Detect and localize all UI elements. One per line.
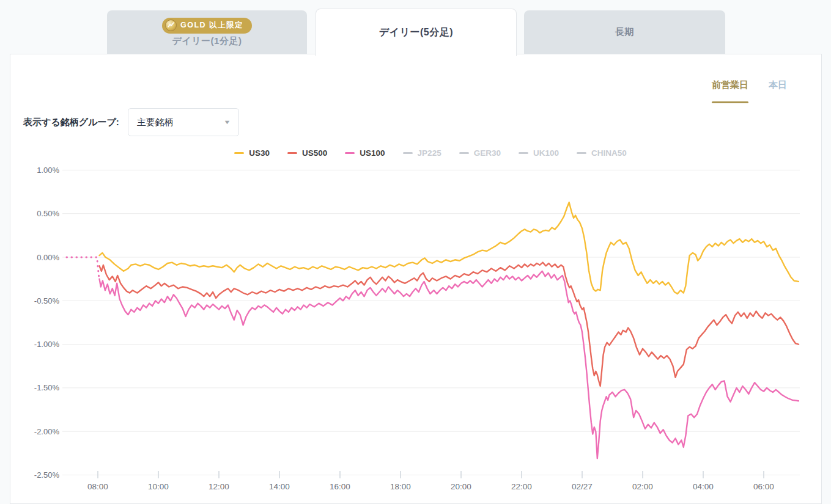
legend-item-us500[interactable]: US500 <box>287 148 327 158</box>
gold-badge: GOLD 以上限定 <box>162 18 252 34</box>
legend-item-us30[interactable]: US30 <box>234 148 270 158</box>
legend-swatch-ger30 <box>459 152 469 154</box>
legend-label-ger30: GER30 <box>474 148 501 158</box>
legend-item-uk100[interactable]: UK100 <box>519 148 559 158</box>
legend-label-uk100: UK100 <box>533 148 559 158</box>
toggle-today[interactable]: 本日 <box>769 79 787 101</box>
tab-daily-5min[interactable]: デイリー(5分足) <box>316 9 517 56</box>
day-toggle: 前営業日 本日 <box>712 79 787 101</box>
symbol-group-row: 表示する銘柄グループ: 主要銘柄 ▼ <box>23 108 239 136</box>
symbol-group-label: 表示する銘柄グループ: <box>23 117 119 128</box>
gold-badge-label: GOLD 以上限定 <box>180 20 243 31</box>
chart-legend: US30US500US100JP225GER30UK100CHINA50 <box>61 148 800 158</box>
legend-label-us100: US100 <box>360 148 385 158</box>
legend-item-ger30[interactable]: GER30 <box>459 148 501 158</box>
tab-long-term[interactable]: 長期 <box>524 10 725 54</box>
symbol-group-select[interactable]: 主要銘柄 ▼ <box>128 108 239 136</box>
legend-swatch-us30 <box>234 152 244 154</box>
market-performance-page: GOLD 以上限定 デイリー(1分足) デイリー(5分足) 長期 前営業日 本日… <box>0 0 831 504</box>
legend-label-china50: CHINA50 <box>591 148 627 158</box>
legend-swatch-uk100 <box>519 152 528 154</box>
legend-item-china50[interactable]: CHINA50 <box>577 148 627 158</box>
toggle-prev-business-day[interactable]: 前営業日 <box>712 79 748 101</box>
tab-label-long-term: 長期 <box>615 26 634 38</box>
legend-label-us500: US500 <box>302 148 327 158</box>
legend-swatch-jp225 <box>403 152 413 154</box>
tab-daily-1min[interactable]: GOLD 以上限定 デイリー(1分足) <box>107 10 307 54</box>
tab-label-daily-5min: デイリー(5分足) <box>379 26 453 39</box>
legend-item-jp225[interactable]: JP225 <box>403 148 441 158</box>
tab-label-daily-1min: デイリー(1分足) <box>172 35 242 47</box>
legend-swatch-us100 <box>345 152 355 154</box>
gold-coin-icon <box>165 20 177 31</box>
chevron-down-icon: ▼ <box>223 119 231 125</box>
legend-label-us30: US30 <box>249 148 270 158</box>
symbol-group-value: 主要銘柄 <box>137 117 174 128</box>
legend-item-us100[interactable]: US100 <box>345 148 385 158</box>
legend-swatch-china50 <box>577 152 586 154</box>
legend-swatch-us500 <box>287 152 297 154</box>
legend-label-jp225: JP225 <box>418 148 441 158</box>
